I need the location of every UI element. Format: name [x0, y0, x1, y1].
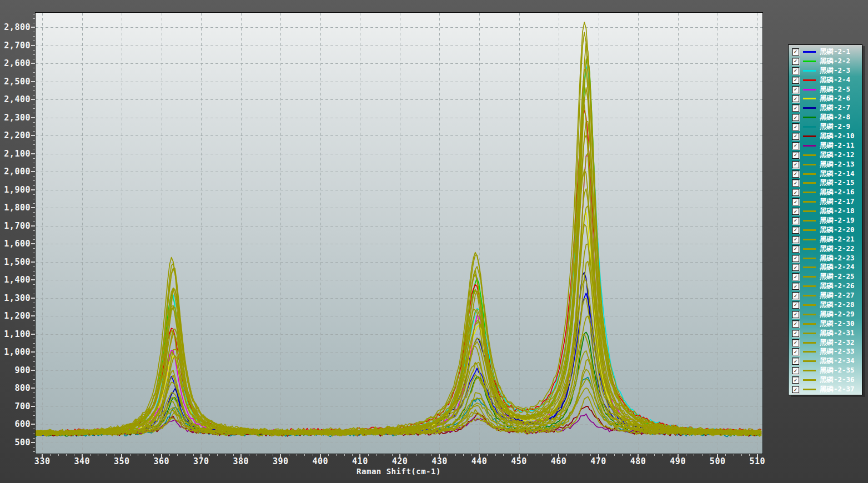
- legend-checkbox[interactable]: ✓: [792, 367, 799, 374]
- legend-item[interactable]: ✓黑磷-2-34: [789, 356, 862, 366]
- legend-checkbox[interactable]: ✓: [792, 217, 799, 224]
- legend-checkbox[interactable]: ✓: [792, 67, 799, 74]
- x-tick-label: 490: [660, 456, 696, 466]
- legend-item[interactable]: ✓黑磷-2-5: [789, 85, 862, 94]
- y-axis-minor-tick: [33, 68, 35, 68]
- legend-item[interactable]: ✓黑磷-2-18: [789, 207, 862, 216]
- legend-checkbox[interactable]: ✓: [792, 236, 799, 243]
- x-axis-minor-tick: [265, 454, 265, 456]
- legend-item-label: 黑磷-2-27: [820, 291, 855, 300]
- legend-item[interactable]: ✓黑磷-2-4: [789, 76, 862, 85]
- legend-checkbox[interactable]: ✓: [792, 320, 799, 328]
- legend-checkbox[interactable]: ✓: [792, 48, 799, 56]
- y-tick-label: 700: [0, 401, 31, 411]
- y-tick-label: 2,200: [0, 130, 31, 140]
- legend-color-swatch: [803, 145, 816, 147]
- legend-color-swatch: [803, 70, 816, 72]
- legend-checkbox[interactable]: ✓: [792, 170, 799, 178]
- legend-checkbox[interactable]: ✓: [792, 348, 799, 355]
- legend-item[interactable]: ✓黑磷-2-20: [789, 225, 862, 235]
- y-tick-label: 2,100: [0, 149, 31, 159]
- legend-checkbox[interactable]: ✓: [792, 255, 799, 262]
- legend-checkbox[interactable]: ✓: [792, 114, 799, 121]
- legend-checkbox[interactable]: ✓: [792, 227, 799, 234]
- legend-item[interactable]: ✓黑磷-2-6: [789, 94, 862, 103]
- legend-item[interactable]: ✓黑磷-2-25: [789, 272, 862, 281]
- legend-item[interactable]: ✓黑磷-2-33: [789, 348, 862, 357]
- legend-checkbox[interactable]: ✓: [792, 264, 799, 271]
- legend-checkbox[interactable]: ✓: [792, 77, 799, 84]
- y-axis-minor-tick: [33, 41, 35, 41]
- legend-checkbox[interactable]: ✓: [792, 301, 799, 309]
- y-tick-label: 1,100: [0, 329, 31, 339]
- legend-item[interactable]: ✓黑磷-2-14: [789, 169, 862, 179]
- check-icon: ✓: [794, 96, 797, 102]
- legend-item[interactable]: ✓黑磷-2-26: [789, 281, 862, 291]
- y-axis-tick: [31, 406, 35, 407]
- legend-item[interactable]: ✓黑磷-2-22: [789, 244, 862, 254]
- legend-item[interactable]: ✓黑磷-2-10: [789, 132, 862, 141]
- legend-item-label: 黑磷-2-23: [820, 254, 855, 263]
- legend-color-swatch: [803, 89, 816, 90]
- legend-checkbox[interactable]: ✓: [792, 283, 799, 290]
- legend-checkbox[interactable]: ✓: [792, 330, 799, 337]
- legend-checkbox[interactable]: ✓: [792, 376, 799, 384]
- legend-item[interactable]: ✓黑磷-2-21: [789, 235, 862, 244]
- legend-item[interactable]: ✓黑磷-2-3: [789, 66, 862, 76]
- legend-item[interactable]: ✓黑磷-2-8: [789, 113, 862, 122]
- legend-item[interactable]: ✓黑磷-2-27: [789, 291, 862, 300]
- legend-checkbox[interactable]: ✓: [792, 95, 799, 102]
- legend-item[interactable]: ✓黑磷-2-1: [789, 47, 862, 57]
- legend-checkbox[interactable]: ✓: [792, 133, 799, 140]
- legend-checkbox[interactable]: ✓: [792, 142, 799, 149]
- x-axis-minor-tick: [583, 454, 583, 456]
- legend-item[interactable]: ✓黑磷-2-30: [789, 319, 862, 329]
- legend-checkbox[interactable]: ✓: [792, 198, 799, 205]
- legend-item[interactable]: ✓黑磷-2-29: [789, 310, 862, 319]
- legend-item[interactable]: ✓黑磷-2-9: [789, 122, 862, 132]
- legend-item[interactable]: ✓黑磷-2-32: [789, 338, 862, 348]
- legend-checkbox[interactable]: ✓: [792, 339, 799, 346]
- legend-item[interactable]: ✓黑磷-2-16: [789, 188, 862, 197]
- legend-item[interactable]: ✓黑磷-2-31: [789, 329, 862, 338]
- y-axis-minor-tick: [33, 108, 35, 109]
- y-axis-tick: [31, 207, 35, 208]
- legend-item[interactable]: ✓黑磷-2-7: [789, 103, 862, 113]
- legend-item[interactable]: ✓黑磷-2-2: [789, 57, 862, 66]
- legend-checkbox[interactable]: ✓: [792, 123, 799, 130]
- legend-checkbox[interactable]: ✓: [792, 152, 799, 159]
- legend-item[interactable]: ✓黑磷-2-19: [789, 216, 862, 225]
- y-axis-minor-tick: [33, 393, 35, 393]
- legend-item[interactable]: ✓黑磷-2-11: [789, 141, 862, 150]
- legend-checkbox[interactable]: ✓: [792, 86, 799, 93]
- legend-checkbox[interactable]: ✓: [792, 58, 799, 65]
- legend-item[interactable]: ✓黑磷-2-35: [789, 366, 862, 375]
- legend-color-swatch: [803, 342, 816, 344]
- legend-checkbox[interactable]: ✓: [792, 179, 799, 187]
- legend-item[interactable]: ✓黑磷-2-12: [789, 150, 862, 160]
- legend-item[interactable]: ✓黑磷-2-13: [789, 160, 862, 169]
- legend-checkbox[interactable]: ✓: [792, 358, 799, 365]
- legend-checkbox[interactable]: ✓: [792, 208, 799, 215]
- legend-item[interactable]: ✓黑磷-2-28: [789, 300, 862, 310]
- legend-checkbox[interactable]: ✓: [792, 273, 799, 280]
- legend-checkbox[interactable]: ✓: [792, 311, 799, 318]
- x-axis-minor-tick: [646, 454, 646, 456]
- y-axis-minor-tick: [33, 325, 35, 325]
- legend-item[interactable]: ✓黑磷-2-23: [789, 254, 862, 263]
- legend-checkbox[interactable]: ✓: [792, 104, 799, 112]
- x-axis-minor-tick: [145, 454, 146, 456]
- legend-item[interactable]: ✓黑磷-2-36: [789, 375, 862, 385]
- legend-item-label: 黑磷-2-31: [820, 329, 855, 338]
- legend-checkbox[interactable]: ✓: [792, 161, 799, 168]
- legend-item[interactable]: ✓黑磷-2-37: [789, 385, 862, 394]
- legend-checkbox[interactable]: ✓: [792, 292, 799, 299]
- legend-checkbox[interactable]: ✓: [792, 245, 799, 253]
- legend-checkbox[interactable]: ✓: [792, 189, 799, 196]
- legend-item[interactable]: ✓黑磷-2-17: [789, 197, 862, 207]
- legend-item[interactable]: ✓黑磷-2-24: [789, 263, 862, 272]
- legend-checkbox[interactable]: ✓: [792, 386, 799, 393]
- legend-color-swatch: [803, 79, 816, 81]
- legend-item[interactable]: ✓黑磷-2-15: [789, 178, 862, 188]
- x-axis-minor-tick: [416, 454, 417, 456]
